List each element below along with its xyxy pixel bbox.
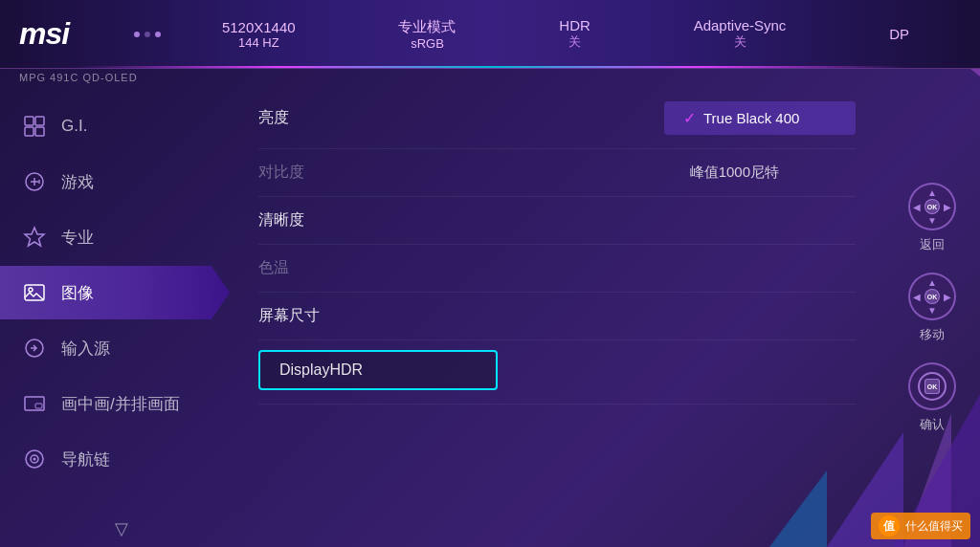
- back-dpad: ▲ ▼ ◀ ▶ OK: [913, 187, 951, 226]
- sidebar-item-image[interactable]: 图像: [0, 266, 230, 319]
- move-dpad-center: OK: [924, 289, 940, 304]
- logo-area: msi: [19, 16, 134, 52]
- move-dpad-left: ◀: [913, 292, 921, 302]
- right-controls: ▲ ▼ ◀ ▶ OK 返回 ▲ ▼ ◀ ▶ OK 移动: [884, 69, 980, 547]
- confirm-button[interactable]: OK 确认: [908, 362, 956, 433]
- dpad-center-ok: OK: [924, 199, 940, 214]
- nav-hdr-label: HDR: [559, 17, 590, 33]
- move-button[interactable]: ▲ ▼ ◀ ▶ OK 移动: [908, 273, 956, 343]
- watermark[interactable]: 值 什么值得买: [871, 513, 970, 539]
- dpad-right-arrow: ▶: [944, 202, 951, 212]
- nav-item-mode[interactable]: 专业模式 sRGB: [383, 14, 471, 55]
- move-label: 移动: [920, 326, 945, 343]
- move-dpad-right: ▶: [944, 292, 951, 302]
- screensize-label: 屏幕尺寸: [258, 306, 354, 326]
- displayhdr-row[interactable]: DisplayHDR: [258, 340, 856, 405]
- sidebar-gi-label: G.I.: [61, 117, 87, 136]
- brightness-selected-box[interactable]: ✓ True Black 400: [664, 101, 856, 135]
- svg-marker-7: [25, 228, 44, 246]
- pro-icon: [19, 222, 50, 252]
- contrast-value: 峰值1000尼特: [690, 164, 779, 182]
- center-panel: 亮度 ✓ True Black 400 对比度 峰值1000尼特 清晰度 色温 …: [230, 69, 884, 547]
- watermark-icon: 值: [879, 515, 900, 536]
- pip-icon: [19, 388, 50, 419]
- sidebar-item-game[interactable]: 游戏: [0, 155, 230, 208]
- watermark-text: 什么值得买: [905, 518, 963, 535]
- nav-resolution-label: 5120X1440: [222, 19, 296, 35]
- nav-item-adaptive-sync[interactable]: Adaptive-Sync 关: [679, 13, 802, 55]
- sidebar-item-pro[interactable]: 专业: [0, 210, 230, 264]
- svg-rect-12: [35, 404, 42, 408]
- colortemp-label: 色温: [258, 258, 354, 278]
- confirm-label: 确认: [920, 416, 945, 433]
- svg-point-15: [33, 458, 36, 461]
- contrast-label: 对比度: [258, 163, 354, 183]
- sidebar-image-label: 图像: [61, 282, 94, 304]
- game-icon: [19, 166, 50, 197]
- nav-icon: [19, 444, 50, 474]
- svg-rect-0: [25, 117, 33, 125]
- colortemp-row: 色温: [258, 245, 856, 293]
- confirm-icon: OK: [908, 362, 956, 410]
- brightness-value: True Black 400: [703, 110, 799, 126]
- nav-adaptive-label: Adaptive-Sync: [694, 17, 787, 33]
- deco-dot-1: [134, 32, 140, 37]
- svg-rect-1: [35, 117, 44, 125]
- sharpness-label: 清晰度: [258, 210, 354, 230]
- sidebar-item-nav[interactable]: 导航链: [0, 432, 230, 486]
- sidebar-input-label: 输入源: [61, 338, 110, 360]
- nav-adaptive-sub: 关: [694, 33, 787, 51]
- screensize-row[interactable]: 屏幕尺寸: [258, 293, 856, 340]
- svg-rect-3: [35, 127, 44, 136]
- nav-mode-sub: sRGB: [398, 36, 456, 51]
- sidebar-pro-label: 专业: [61, 227, 94, 249]
- input-icon: [19, 333, 50, 363]
- move-dpad-down: ▼: [927, 305, 937, 316]
- sidebar-item-input[interactable]: 输入源: [0, 321, 230, 375]
- svg-point-6: [38, 182, 40, 184]
- nav-mode-label: 专业模式: [398, 18, 456, 36]
- back-label: 返回: [920, 236, 945, 253]
- nav-item-hdr[interactable]: HDR 关: [544, 13, 606, 55]
- move-icon: ▲ ▼ ◀ ▶ OK: [908, 273, 956, 320]
- sidebar-game-label: 游戏: [61, 171, 94, 193]
- check-icon: ✓: [683, 109, 696, 127]
- sidebar-item-gi[interactable]: G.I.: [0, 99, 230, 153]
- dpad-up-arrow: ▲: [927, 187, 937, 198]
- deco-dot-2: [145, 32, 150, 37]
- sharpness-row[interactable]: 清晰度: [258, 197, 856, 245]
- back-button[interactable]: ▲ ▼ ◀ ▶ OK 返回: [908, 183, 956, 253]
- dpad-left-arrow: ◀: [913, 202, 921, 212]
- deco-dot-3: [155, 32, 161, 37]
- sidebar: G.I. 游戏 专业: [0, 69, 230, 547]
- brightness-row[interactable]: 亮度 ✓ True Black 400: [258, 88, 856, 149]
- move-dpad: ▲ ▼ ◀ ▶ OK: [913, 277, 951, 316]
- top-bar: msi 5120X1440 144 HZ 专业模式 sRGB HDR 关 Ada…: [0, 0, 980, 69]
- sidebar-item-pip[interactable]: 画中画/并排画面: [0, 377, 230, 430]
- nav-dp-label: DP: [889, 26, 909, 42]
- svg-point-5: [38, 180, 40, 182]
- nav-resolution-sub: 144 HZ: [222, 35, 296, 50]
- displayhdr-button[interactable]: DisplayHDR: [258, 350, 498, 390]
- contrast-row: 对比度 峰值1000尼特: [258, 149, 856, 197]
- sidebar-pip-label: 画中画/并排画面: [61, 393, 180, 415]
- nav-item-dp[interactable]: DP: [874, 22, 924, 46]
- svg-point-9: [29, 288, 33, 292]
- nav-item-resolution[interactable]: 5120X1440 144 HZ: [207, 15, 311, 54]
- bottom-arrow[interactable]: ▽: [115, 518, 128, 539]
- nav-hdr-sub: 关: [559, 33, 590, 51]
- top-navigation: 5120X1440 144 HZ 专业模式 sRGB HDR 关 Adaptiv…: [170, 13, 961, 55]
- move-dpad-up: ▲: [927, 277, 937, 288]
- image-icon: [19, 277, 50, 308]
- back-icon: ▲ ▼ ◀ ▶ OK: [908, 183, 956, 230]
- displayhdr-label: DisplayHDR: [279, 361, 363, 379]
- sidebar-nav-label: 导航链: [61, 449, 110, 470]
- deco-dots: [134, 32, 161, 37]
- gi-icon: [19, 111, 50, 142]
- dpad-down-arrow: ▼: [927, 215, 937, 226]
- msi-logo: msi: [19, 16, 69, 51]
- svg-rect-2: [25, 127, 33, 136]
- brightness-label: 亮度: [258, 108, 354, 128]
- main-content: G.I. 游戏 专业: [0, 69, 980, 547]
